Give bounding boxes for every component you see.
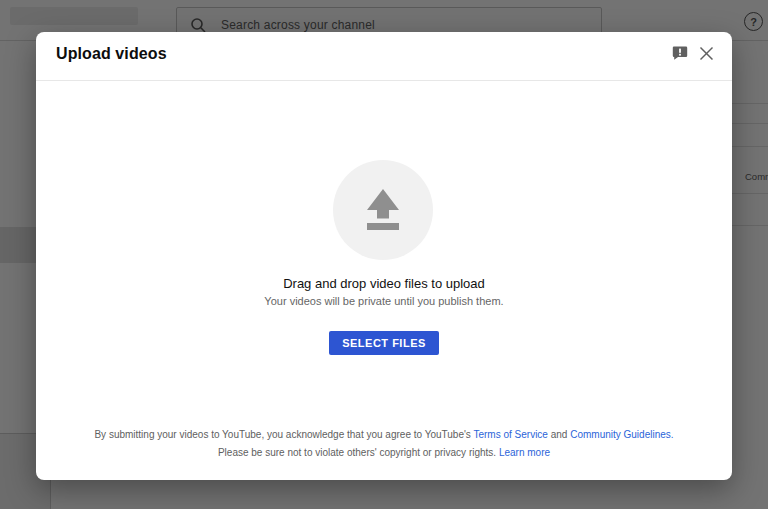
send-feedback-button[interactable] — [670, 45, 690, 65]
close-icon — [699, 46, 714, 65]
dialog-footer: By submitting your videos to YouTube, yo… — [36, 426, 732, 462]
upload-videos-dialog: Upload videos Drag and drop video fil — [36, 32, 732, 480]
close-dialog-button[interactable] — [696, 45, 716, 65]
privacy-note: Your videos will be private until you pu… — [36, 295, 732, 307]
feedback-icon — [672, 45, 688, 65]
upload-arrow-icon — [333, 158, 433, 262]
footer-line-1: By submitting your videos to YouTube, yo… — [36, 426, 732, 444]
dialog-title: Upload videos — [56, 45, 167, 63]
dialog-header-divider — [36, 80, 732, 81]
footer-line-2: Please be sure not to violate others' co… — [36, 444, 732, 462]
community-guidelines-link[interactable]: Community Guidelines. — [570, 429, 673, 440]
drag-drop-title: Drag and drop video files to upload — [36, 276, 732, 291]
terms-of-service-link[interactable]: Terms of Service — [473, 429, 547, 440]
learn-more-link[interactable]: Learn more — [499, 447, 550, 458]
select-files-button[interactable]: SELECT FILES — [329, 331, 439, 355]
upload-dropzone[interactable] — [333, 160, 433, 260]
